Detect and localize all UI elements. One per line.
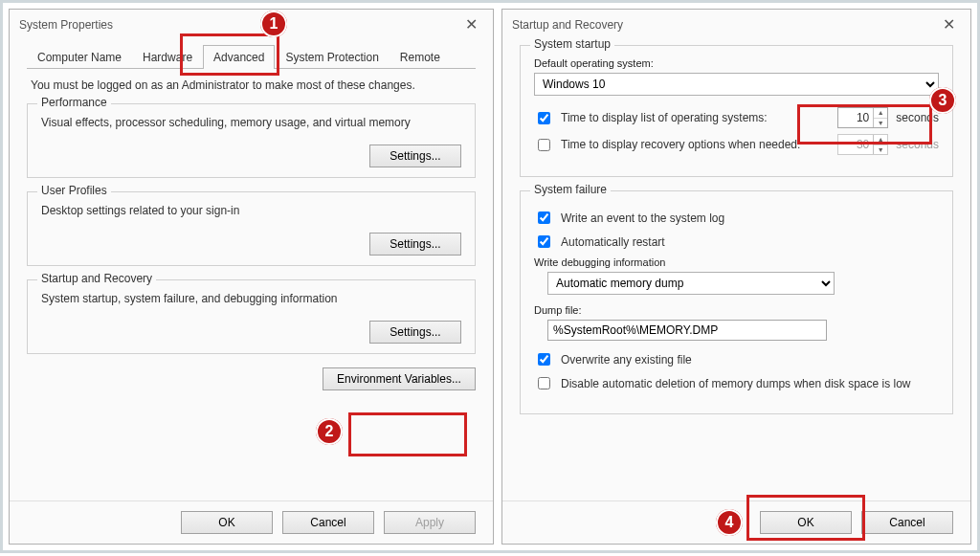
group-desc: System startup, system failure, and debu… bbox=[41, 292, 461, 305]
callout-box-2 bbox=[348, 412, 467, 456]
chk-write-event[interactable] bbox=[538, 211, 550, 224]
dialog-button-row: OK Cancel 4 bbox=[502, 500, 970, 544]
time-recovery-value bbox=[838, 135, 873, 154]
chk-overwrite[interactable] bbox=[538, 353, 550, 366]
time-list-spinner[interactable]: ▲▼ bbox=[837, 107, 888, 128]
dump-file-input[interactable] bbox=[547, 320, 827, 341]
startup-settings-button[interactable]: Settings... bbox=[369, 321, 461, 344]
env-variables-button[interactable]: Environment Variables... bbox=[323, 367, 476, 390]
time-list-value[interactable] bbox=[838, 108, 873, 127]
cancel-button[interactable]: Cancel bbox=[861, 511, 953, 534]
chk-auto-restart-label: Automatically restart bbox=[561, 235, 665, 249]
chk-time-recovery[interactable] bbox=[538, 139, 550, 151]
spinner-down-icon: ▼ bbox=[874, 145, 887, 155]
chk-time-list[interactable] bbox=[538, 112, 550, 124]
profiles-settings-button[interactable]: Settings... bbox=[369, 233, 461, 256]
close-icon[interactable]: ✕ bbox=[459, 15, 483, 33]
group-user-profiles: User Profiles Desktop settings related t… bbox=[27, 191, 476, 266]
system-properties-window: System Properties ✕ Computer Name Hardwa… bbox=[9, 9, 494, 545]
performance-settings-button[interactable]: Settings... bbox=[369, 145, 461, 167]
group-legend: User Profiles bbox=[37, 184, 111, 197]
write-debug-label: Write debugging information bbox=[534, 256, 939, 268]
group-legend: Performance bbox=[37, 96, 111, 109]
close-icon[interactable]: ✕ bbox=[937, 15, 961, 33]
chk-time-list-label: Time to display list of operating system… bbox=[561, 111, 830, 124]
group-legend: Startup and Recovery bbox=[37, 272, 156, 285]
group-performance: Performance Visual effects, processor sc… bbox=[27, 103, 476, 178]
titlebar: System Properties ✕ bbox=[10, 10, 493, 39]
default-os-select[interactable]: Windows 10 bbox=[534, 73, 939, 96]
seconds-label: seconds bbox=[896, 138, 939, 151]
titlebar: Startup and Recovery ✕ bbox=[502, 10, 970, 39]
spinner-down-icon[interactable]: ▼ bbox=[874, 119, 887, 128]
cancel-button[interactable]: Cancel bbox=[282, 511, 374, 534]
chk-disable-delete[interactable] bbox=[538, 377, 550, 389]
chk-disable-delete-label: Disable automatic deletion of memory dum… bbox=[561, 377, 911, 390]
callout-badge-2: 2 bbox=[316, 418, 343, 445]
chk-auto-restart[interactable] bbox=[538, 235, 550, 248]
group-legend: System startup bbox=[530, 37, 614, 51]
tab-advanced[interactable]: Advanced bbox=[203, 45, 275, 69]
time-recovery-spinner: ▲▼ bbox=[837, 134, 888, 155]
admin-notice: You must be logged on as an Administrato… bbox=[31, 78, 472, 92]
chk-write-event-label: Write an event to the system log bbox=[561, 211, 724, 225]
ok-button[interactable]: OK bbox=[760, 511, 852, 534]
dialog-button-row: OK Cancel Apply bbox=[10, 500, 493, 544]
chk-overwrite-label: Overwrite any existing file bbox=[561, 353, 692, 367]
tab-system-protection[interactable]: System Protection bbox=[275, 45, 389, 69]
debug-info-select[interactable]: Automatic memory dump bbox=[547, 272, 835, 295]
chk-time-recovery-label: Time to display recovery options when ne… bbox=[561, 138, 830, 151]
group-startup-recovery: Startup and Recovery System startup, sys… bbox=[27, 279, 476, 354]
spinner-up-icon[interactable]: ▲ bbox=[874, 108, 887, 119]
tab-computer-name[interactable]: Computer Name bbox=[27, 45, 132, 69]
tabs: Computer Name Hardware Advanced System P… bbox=[27, 45, 476, 69]
group-desc: Desktop settings related to your sign-in bbox=[41, 204, 461, 217]
group-system-failure: System failure Write an event to the sys… bbox=[520, 190, 953, 414]
window-title: Startup and Recovery bbox=[512, 18, 623, 32]
ok-button[interactable]: OK bbox=[181, 511, 273, 534]
seconds-label: seconds bbox=[896, 111, 939, 124]
group-system-startup: System startup Default operating system:… bbox=[520, 45, 953, 177]
startup-recovery-window: Startup and Recovery ✕ System startup De… bbox=[501, 9, 971, 545]
callout-badge-4: 4 bbox=[716, 509, 743, 536]
group-desc: Visual effects, processor scheduling, me… bbox=[41, 116, 461, 129]
apply-button[interactable]: Apply bbox=[384, 511, 476, 534]
window-title: System Properties bbox=[19, 18, 113, 32]
dump-file-label: Dump file: bbox=[534, 304, 939, 316]
tab-hardware[interactable]: Hardware bbox=[132, 45, 203, 69]
group-legend: System failure bbox=[530, 183, 611, 196]
tab-remote[interactable]: Remote bbox=[390, 45, 451, 69]
default-os-label: Default operating system: bbox=[534, 57, 939, 69]
spinner-up-icon: ▲ bbox=[874, 135, 887, 145]
